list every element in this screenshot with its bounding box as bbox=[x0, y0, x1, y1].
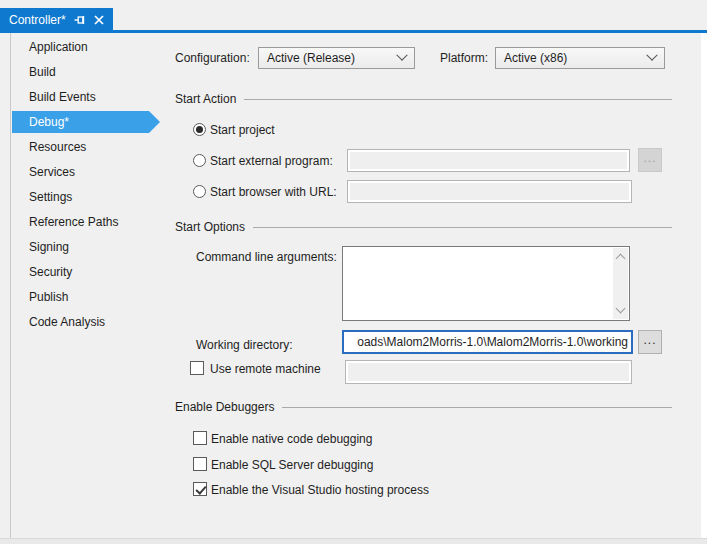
start-action-section-header: Start Action bbox=[175, 91, 672, 106]
browser-url-input bbox=[347, 180, 632, 203]
pin-icon[interactable] bbox=[74, 14, 86, 26]
start-browser-url-radio[interactable] bbox=[193, 185, 206, 198]
use-remote-machine-checkbox[interactable] bbox=[190, 361, 204, 375]
start-project-label[interactable]: Start project bbox=[210, 120, 275, 140]
configuration-label: Configuration: bbox=[175, 48, 250, 68]
tab-title: Controller* bbox=[9, 13, 66, 27]
enable-sql-debugging-label[interactable]: Enable SQL Server debugging bbox=[211, 455, 373, 475]
sidebar-item-build[interactable]: Build bbox=[12, 61, 149, 83]
start-project-radio[interactable] bbox=[193, 123, 206, 136]
command-line-arguments-textarea[interactable] bbox=[342, 246, 630, 321]
document-tab-controller[interactable]: Controller* bbox=[0, 8, 113, 31]
enable-sql-debugging-checkbox[interactable] bbox=[193, 457, 207, 471]
chevron-down-icon bbox=[396, 50, 407, 61]
enable-native-debugging-checkbox[interactable] bbox=[193, 431, 207, 445]
enable-hosting-process-label[interactable]: Enable the Visual Studio hosting process bbox=[211, 480, 429, 500]
section-rule bbox=[253, 227, 672, 228]
sidebar-item-application[interactable]: Application bbox=[12, 36, 149, 58]
start-browser-url-label[interactable]: Start browser with URL: bbox=[210, 182, 337, 202]
right-edge-strip bbox=[701, 33, 707, 544]
platform-dropdown[interactable]: Active (x86) bbox=[495, 47, 665, 69]
section-title: Enable Debuggers bbox=[175, 400, 274, 414]
tab-accent-strip bbox=[0, 30, 707, 33]
textarea-scrollbar[interactable] bbox=[613, 248, 628, 319]
start-options-section-header: Start Options bbox=[175, 219, 672, 234]
sidebar-item-code-analysis[interactable]: Code Analysis bbox=[12, 311, 149, 333]
sidebar-item-debug[interactable]: Debug* bbox=[12, 111, 149, 133]
horizontal-scrollbar-track[interactable] bbox=[0, 538, 707, 544]
start-external-program-label[interactable]: Start external program: bbox=[210, 151, 333, 171]
sidebar-item-resources[interactable]: Resources bbox=[12, 136, 149, 158]
working-directory-label: Working directory: bbox=[196, 335, 292, 355]
working-directory-browse-button[interactable]: ... bbox=[638, 330, 662, 354]
scroll-up-icon[interactable] bbox=[616, 254, 626, 264]
enable-debuggers-section-header: Enable Debuggers bbox=[175, 399, 672, 414]
platform-value: Active (x86) bbox=[504, 51, 567, 65]
sidebar-item-build-events[interactable]: Build Events bbox=[12, 86, 149, 108]
sidebar-item-reference-paths[interactable]: Reference Paths bbox=[12, 211, 149, 233]
enable-native-debugging-label[interactable]: Enable native code debugging bbox=[211, 429, 372, 449]
external-program-browse-button: ... bbox=[638, 148, 662, 172]
platform-label: Platform: bbox=[440, 48, 488, 68]
command-line-arguments-label: Command line arguments: bbox=[196, 247, 337, 267]
section-rule bbox=[244, 99, 672, 100]
configuration-dropdown[interactable]: Active (Release) bbox=[258, 47, 415, 69]
working-directory-value: oads\Malom2Morris-1.0\Malom2Morris-1.0\w… bbox=[357, 335, 628, 349]
start-external-program-radio[interactable] bbox=[193, 154, 206, 167]
section-rule bbox=[282, 407, 672, 408]
sidebar-item-services[interactable]: Services bbox=[12, 161, 149, 183]
properties-category-list: Application Build Build Events Debug* Re… bbox=[11, 36, 171, 336]
section-title: Start Action bbox=[175, 92, 236, 106]
close-icon[interactable] bbox=[94, 15, 104, 25]
use-remote-machine-label[interactable]: Use remote machine bbox=[210, 359, 321, 379]
sidebar-item-settings[interactable]: Settings bbox=[12, 186, 149, 208]
sidebar-item-signing[interactable]: Signing bbox=[12, 236, 149, 258]
section-title: Start Options bbox=[175, 220, 245, 234]
sidebar-item-publish[interactable]: Publish bbox=[12, 286, 149, 308]
scroll-down-icon[interactable] bbox=[616, 304, 626, 314]
remote-machine-input bbox=[345, 360, 632, 384]
working-directory-input[interactable]: oads\Malom2Morris-1.0\Malom2Morris-1.0\w… bbox=[342, 330, 633, 354]
enable-hosting-process-checkbox[interactable] bbox=[193, 482, 207, 496]
sidebar-item-security[interactable]: Security bbox=[12, 261, 149, 283]
chevron-down-icon bbox=[646, 50, 657, 61]
project-properties-page: Controller* Application Build Build Even… bbox=[0, 0, 707, 544]
external-program-input bbox=[347, 149, 630, 172]
configuration-value: Active (Release) bbox=[267, 51, 355, 65]
